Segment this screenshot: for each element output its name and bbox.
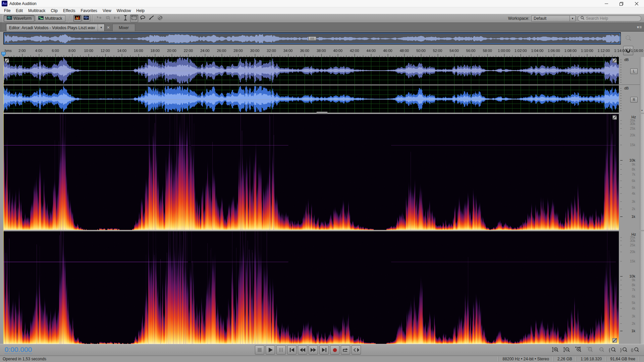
lasso-selection-tool-icon xyxy=(140,15,146,21)
spot-healing-brush-tool[interactable] xyxy=(156,15,164,22)
tab-editor[interactable]: Editor: Arcadi Volodos - Volodos Plays L… xyxy=(6,24,105,31)
frequency-label: 10k xyxy=(629,274,635,278)
zoom-in-horizontal-button[interactable] xyxy=(574,346,582,354)
scrollbar-arrow-down-icon[interactable]: ▼ xyxy=(640,109,644,112)
zoom-navigator[interactable] xyxy=(3,32,621,45)
menu-item-file[interactable]: File xyxy=(1,8,13,14)
tab-close-icon[interactable]: ✕ xyxy=(105,25,112,31)
ruler-label: 56:00 xyxy=(466,49,476,53)
workspace-dropdown[interactable]: Default ▼ xyxy=(531,15,576,21)
right-channel-button[interactable]: R xyxy=(630,97,638,103)
zoom-in-vertical-button[interactable] xyxy=(551,346,559,354)
time-selection-tool[interactable] xyxy=(121,15,129,22)
spectrogram-left-canvas[interactable] xyxy=(3,114,619,230)
left-channel-button[interactable]: L xyxy=(630,68,638,74)
skip-to-start-button[interactable] xyxy=(287,345,297,355)
minimize-button[interactable] xyxy=(599,0,614,7)
vertical-scrollbar[interactable] xyxy=(640,114,644,230)
tab-dropdown-icon[interactable]: ▼ xyxy=(98,24,104,31)
svg-text:{: { xyxy=(609,347,610,352)
stop-icon xyxy=(258,348,262,352)
search-help-box[interactable] xyxy=(578,15,641,21)
menu-item-clip[interactable]: Clip xyxy=(48,8,60,14)
workspace-label: Workspace: xyxy=(508,16,529,21)
zoom-out-point-button[interactable]: } xyxy=(620,346,628,354)
spectral-display-button[interactable] xyxy=(73,15,82,22)
corner-grip-top-right[interactable] xyxy=(612,58,617,63)
zoom-out-vertical-button[interactable] xyxy=(563,346,571,354)
ruler-label: 1:04:00 xyxy=(531,49,543,53)
menu-item-favorites[interactable]: Favorites xyxy=(78,8,100,14)
ruler-label: 1:10:00 xyxy=(581,49,593,53)
time-display[interactable]: 0:00.000 xyxy=(5,346,32,354)
spectrogram-right-canvas[interactable] xyxy=(3,231,619,344)
frequency-label: 15k xyxy=(630,143,635,147)
restore-button[interactable] xyxy=(614,0,629,7)
timeline-ruler[interactable]: hms 2:004:006:008:0010:0012:0014:0016:00… xyxy=(0,45,644,57)
zoom-in-vertical-icon xyxy=(552,347,559,353)
skip-selection-button[interactable] xyxy=(352,345,361,355)
frequency-label: 25k xyxy=(630,126,635,130)
move-tool xyxy=(95,15,103,22)
tab-mixer[interactable]: Mixer xyxy=(112,24,135,31)
search-icon xyxy=(581,16,584,21)
menu-item-window[interactable]: Window xyxy=(114,8,134,14)
panel-menu-icon[interactable]: ▾≡ xyxy=(637,25,642,29)
ruler-label: 1:00:00 xyxy=(498,49,510,53)
tabbar-grip[interactable] xyxy=(0,23,2,31)
skip-to-end-button[interactable] xyxy=(319,345,329,355)
menu-item-view[interactable]: View xyxy=(100,8,114,14)
frequency-label: 4k xyxy=(632,192,635,195)
lasso-selection-tool[interactable] xyxy=(139,15,147,22)
spectrogram-right-panel[interactable]: Hz35k30k25k20k15k10k9k8k7k6k5k4k3k2k1k xyxy=(0,231,644,344)
zoom-reset-icon[interactable] xyxy=(625,34,633,43)
play-button[interactable] xyxy=(266,345,275,355)
corner-grip-top-right[interactable] xyxy=(612,115,617,120)
waveform-display-button[interactable] xyxy=(82,15,90,22)
marquee-selection-tool[interactable] xyxy=(130,15,138,22)
overview-grip-handle[interactable] xyxy=(308,36,316,41)
menu-item-effects[interactable]: Effects xyxy=(60,8,78,14)
panel-splitter-handle[interactable] xyxy=(316,112,328,113)
ruler-label: 52:00 xyxy=(433,49,442,53)
chevron-down-icon[interactable]: ▼ xyxy=(570,16,575,21)
corner-grip-bottom-right[interactable] xyxy=(612,338,617,343)
multitrack-view-button[interactable]: Multitrack xyxy=(35,15,65,22)
paintbrush-selection-tool[interactable] xyxy=(148,15,156,22)
rewind-button[interactable] xyxy=(298,345,307,355)
search-help-input[interactable] xyxy=(586,16,638,21)
waveform-panel[interactable]: dBLdBR ▼ xyxy=(0,57,644,114)
frequency-label: 3k xyxy=(632,199,635,203)
zoom-out-horizontal-icon xyxy=(586,347,593,353)
ruler-label: 20:00 xyxy=(167,49,176,53)
toolbar-grip[interactable] xyxy=(0,14,2,22)
fast-forward-button[interactable] xyxy=(309,345,318,355)
frequency-label: 8k xyxy=(632,167,635,171)
multitrack-view-label: Multitrack xyxy=(45,16,62,21)
zoom-selection-button[interactable]: {} xyxy=(631,346,639,354)
ruler-label: 32:00 xyxy=(267,49,276,53)
vertical-scrollbar[interactable] xyxy=(640,57,644,113)
ruler-label: 24:00 xyxy=(200,49,210,53)
loop-playback-button[interactable] xyxy=(341,345,350,355)
menu-item-edit[interactable]: Edit xyxy=(13,8,25,14)
spectrogram-left-panel[interactable]: Hz35k30k25k20k15k10k9k8k7k6k5k4k3k2k1k xyxy=(0,114,644,230)
waveform-view-button[interactable]: Waveform xyxy=(4,15,35,22)
fast-forward-icon xyxy=(311,348,316,352)
menu-item-multitrack[interactable]: Multitrack xyxy=(25,8,48,14)
vertical-scrollbar[interactable] xyxy=(640,231,644,344)
playhead-line[interactable] xyxy=(3,57,4,344)
ruler-label: 42:00 xyxy=(350,49,359,53)
ruler-label: 30:00 xyxy=(250,49,260,53)
close-icon[interactable] xyxy=(629,0,644,7)
zoom-in-point-button[interactable]: { xyxy=(608,346,616,354)
corner-grip-top-left[interactable] xyxy=(5,58,9,63)
record-button[interactable] xyxy=(330,345,339,355)
ruler-label: 44:00 xyxy=(367,49,376,53)
waveform-canvas[interactable] xyxy=(3,57,619,113)
loop-playback-icon xyxy=(343,348,348,352)
ruler-label: 16:00 xyxy=(134,49,143,53)
transport-bar: 0:00.000 {}{} xyxy=(0,344,644,356)
ruler-label: 36:00 xyxy=(300,49,309,53)
menu-item-help[interactable]: Help xyxy=(133,8,147,14)
